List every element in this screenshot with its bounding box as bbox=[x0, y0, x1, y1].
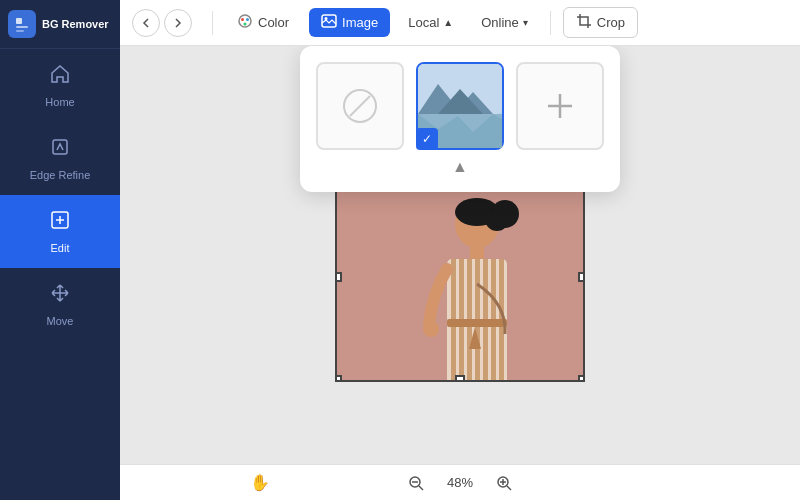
svg-rect-1 bbox=[16, 18, 22, 24]
panel-collapse-arrow[interactable]: ▲ bbox=[452, 158, 468, 176]
edge-refine-icon bbox=[49, 136, 71, 163]
svg-rect-3 bbox=[16, 30, 24, 32]
image-container bbox=[335, 172, 585, 382]
logo-text: BG Remover bbox=[42, 18, 109, 30]
sidebar-item-home-label: Home bbox=[45, 96, 74, 108]
move-icon bbox=[49, 282, 71, 309]
online-label: Online bbox=[481, 15, 519, 30]
svg-rect-4 bbox=[53, 140, 67, 154]
color-button[interactable]: Color bbox=[225, 8, 301, 37]
online-chevron-icon: ▾ bbox=[523, 17, 528, 28]
person-figure bbox=[337, 174, 585, 382]
online-dropdown[interactable]: Online ▾ bbox=[471, 10, 538, 35]
zoom-out-button[interactable] bbox=[408, 475, 424, 491]
svg-point-11 bbox=[325, 17, 328, 20]
svg-point-26 bbox=[491, 200, 519, 228]
image-slot-selected[interactable]: ✓ bbox=[416, 62, 504, 150]
zoom-level: 48% bbox=[440, 475, 480, 490]
panel-image-list: ✓ bbox=[316, 62, 604, 150]
color-icon bbox=[237, 13, 253, 32]
back-button[interactable] bbox=[132, 9, 160, 37]
sidebar-item-move[interactable]: Move bbox=[0, 268, 120, 341]
crop-button[interactable]: Crop bbox=[563, 7, 638, 38]
handle-bottom-mid[interactable] bbox=[455, 375, 465, 382]
svg-rect-36 bbox=[447, 319, 507, 327]
logo-area: BG Remover bbox=[0, 0, 120, 49]
image-icon bbox=[321, 13, 337, 32]
nav-buttons bbox=[132, 9, 192, 37]
content-area: ✓ ▲ bbox=[120, 46, 800, 464]
divider-2 bbox=[550, 11, 551, 35]
sidebar-item-move-label: Move bbox=[47, 315, 74, 327]
crop-box[interactable] bbox=[335, 172, 585, 382]
divider-1 bbox=[212, 11, 213, 35]
crop-label: Crop bbox=[597, 15, 625, 30]
svg-line-42 bbox=[507, 486, 511, 490]
hand-tool-button[interactable]: ✋ bbox=[250, 473, 270, 492]
svg-point-9 bbox=[244, 23, 247, 26]
sidebar-item-edit[interactable]: Edit bbox=[0, 195, 120, 268]
sidebar-item-edit-label: Edit bbox=[51, 242, 70, 254]
image-slot-add[interactable] bbox=[516, 62, 604, 150]
main-area: Color Image Local ▲ Online ▾ bbox=[120, 0, 800, 500]
hand-icon: ✋ bbox=[250, 473, 270, 492]
handle-bottom-left[interactable] bbox=[335, 375, 342, 382]
svg-line-13 bbox=[350, 96, 370, 116]
sidebar-item-edge-refine-label: Edge Refine bbox=[30, 169, 91, 181]
forward-button[interactable] bbox=[164, 9, 192, 37]
sidebar-item-home[interactable]: Home bbox=[0, 49, 120, 122]
svg-rect-2 bbox=[16, 26, 28, 28]
edit-icon bbox=[49, 209, 71, 236]
toolbar: Color Image Local ▲ Online ▾ bbox=[120, 0, 800, 46]
image-panel: ✓ ▲ bbox=[300, 46, 620, 192]
selected-check: ✓ bbox=[416, 128, 438, 150]
handle-mid-right[interactable] bbox=[578, 272, 585, 282]
zoom-in-button[interactable] bbox=[496, 475, 512, 491]
local-dropdown[interactable]: Local ▲ bbox=[398, 10, 463, 35]
logo-icon bbox=[8, 10, 36, 38]
local-label: Local bbox=[408, 15, 439, 30]
sidebar: BG Remover Home Edge Refine Edit bbox=[0, 0, 120, 500]
bottom-bar: ✋ 48% bbox=[120, 464, 800, 500]
color-label: Color bbox=[258, 15, 289, 30]
image-slot-empty[interactable] bbox=[316, 62, 404, 150]
handle-mid-left[interactable] bbox=[335, 272, 342, 282]
image-label: Image bbox=[342, 15, 378, 30]
svg-point-7 bbox=[241, 18, 244, 21]
local-chevron-icon: ▲ bbox=[443, 17, 453, 28]
image-button[interactable]: Image bbox=[309, 8, 390, 37]
crop-icon bbox=[576, 13, 592, 32]
home-icon bbox=[49, 63, 71, 90]
handle-bottom-right[interactable] bbox=[578, 375, 585, 382]
svg-rect-27 bbox=[470, 244, 484, 259]
sidebar-item-edge-refine[interactable]: Edge Refine bbox=[0, 122, 120, 195]
svg-line-39 bbox=[419, 486, 423, 490]
svg-point-8 bbox=[246, 18, 249, 21]
svg-point-37 bbox=[423, 321, 439, 337]
